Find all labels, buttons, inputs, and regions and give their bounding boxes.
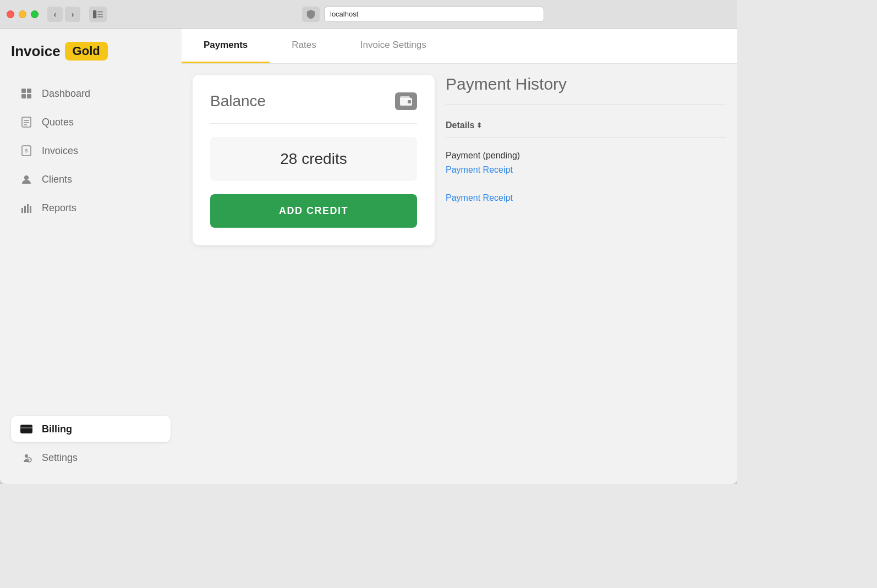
credits-value: 28 credits [280,150,347,167]
svg-rect-15 [21,208,23,213]
svg-rect-3 [97,16,103,17]
tab-payments-label: Payments [204,40,248,50]
sidebar-toggle-icon [93,9,103,19]
sidebar-item-reports-label: Reports [42,202,76,214]
payment-history-panel: Payment History Details ⬍ Payment (pendi… [446,75,726,473]
logo-text: Invoice [11,43,61,60]
balance-divider [210,123,417,124]
forward-button[interactable]: › [65,7,80,22]
payment-history-title: Payment History [446,75,726,94]
sidebar-item-clients-label: Clients [42,174,72,185]
svg-rect-7 [27,94,31,98]
address-bar[interactable]: localhost [324,7,544,22]
content-panels: Balance 28 credits [182,64,737,484]
details-column-label: Details [446,120,474,130]
svg-rect-8 [22,117,31,127]
sidebar-item-settings-label: Settings [42,452,78,464]
sidebar-item-clients[interactable]: Clients [11,166,171,193]
address-bar-text: localhost [330,10,358,18]
quotes-icon [20,116,33,129]
svg-rect-5 [27,89,31,93]
invoices-icon: $ [20,144,33,157]
reports-icon [20,201,33,215]
svg-point-21 [25,454,28,458]
sidebar-item-invoices[interactable]: $ Invoices [11,138,171,164]
svg-text:$: $ [25,148,28,153]
minimize-button[interactable] [19,10,26,18]
svg-rect-17 [27,204,29,213]
sidebar-item-reports[interactable]: Reports [11,195,171,221]
titlebar: ‹ › localhost [0,0,737,29]
dashboard-icon [20,87,33,100]
address-bar-wrapper: localhost [116,7,731,22]
add-credit-btn-label: ADD CREDIT [279,205,348,216]
balance-title: Balance [210,92,266,110]
app-window: ‹ › localhost [0,0,737,484]
clients-icon [20,173,33,186]
payment-pending-label: Payment (pending) [446,151,726,161]
tab-invoice-settings-label: Invoice Settings [360,40,426,50]
balance-panel: Balance 28 credits [193,75,435,473]
svg-rect-6 [21,94,26,98]
sidebar: Invoice Gold Dashboard [0,29,182,484]
nav-spacer [11,223,171,414]
tab-rates[interactable]: Rates [270,29,338,63]
svg-rect-16 [24,206,26,213]
svg-rect-19 [20,425,32,433]
wallet-icon [395,92,417,110]
close-button[interactable] [7,10,14,18]
svg-rect-1 [97,11,103,12]
sidebar-item-quotes-label: Quotes [42,117,74,128]
main-content: Payments Rates Invoice Settings Balance [182,29,737,484]
svg-rect-2 [97,14,103,15]
credits-display: 28 credits [210,137,417,181]
balance-card: Balance 28 credits [193,75,435,245]
history-table-header: Details ⬍ [446,114,726,138]
history-row-1: Payment Receipt [446,184,726,212]
maximize-button[interactable] [31,10,39,18]
settings-icon [20,451,33,464]
shield-icon [302,7,320,22]
payment-receipt-link-0[interactable]: Payment Receipt [446,165,513,174]
sidebar-item-settings[interactable]: Settings [11,444,171,471]
traffic-lights [7,10,39,18]
tab-payments[interactable]: Payments [182,29,270,63]
payment-receipt-link-1[interactable]: Payment Receipt [446,193,513,202]
svg-rect-25 [400,96,410,100]
logo-badge: Gold [65,42,108,61]
svg-point-14 [24,175,29,180]
nav-buttons: ‹ › [47,7,80,22]
svg-rect-0 [93,10,96,18]
sidebar-toggle-button[interactable] [89,7,107,22]
back-button[interactable]: ‹ [47,7,63,22]
history-divider [446,105,726,105]
billing-icon [20,422,33,436]
app-body: Invoice Gold Dashboard [0,29,737,484]
svg-rect-24 [408,100,411,103]
balance-header: Balance [210,92,417,110]
add-credit-button[interactable]: ADD CREDIT [210,194,417,228]
svg-rect-20 [20,427,32,428]
tab-invoice-settings[interactable]: Invoice Settings [338,29,448,63]
svg-rect-4 [21,89,26,93]
sort-icon: ⬍ [476,122,482,129]
sidebar-item-billing[interactable]: Billing [11,416,171,442]
nav-items: Dashboard Quotes [11,80,171,471]
svg-rect-18 [30,206,31,213]
details-column-header[interactable]: Details ⬍ [446,120,482,130]
tabs: Payments Rates Invoice Settings [182,29,737,64]
tab-rates-label: Rates [292,40,316,50]
sidebar-item-billing-label: Billing [42,424,72,435]
logo: Invoice Gold [11,42,171,61]
history-row-0: Payment (pending) Payment Receipt [446,142,726,184]
sidebar-item-dashboard-label: Dashboard [42,88,90,100]
sidebar-item-quotes[interactable]: Quotes [11,109,171,135]
sidebar-item-invoices-label: Invoices [42,145,78,157]
sidebar-item-dashboard[interactable]: Dashboard [11,80,171,107]
